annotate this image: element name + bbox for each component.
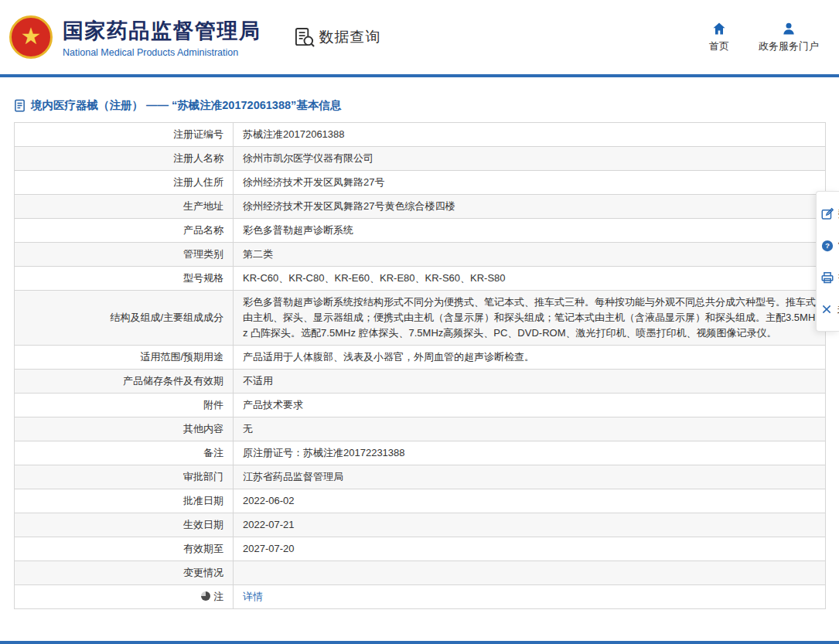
user-icon (781, 21, 796, 36)
table-row: 批准日期 2022-06-02 (15, 489, 826, 513)
row-label-text: 注 (213, 591, 223, 602)
row-label: 产品储存条件及有效期 (15, 370, 234, 394)
row-value (234, 561, 826, 585)
row-label: 管理类别 (15, 243, 234, 267)
table-row: 产品名称 彩色多普勒超声诊断系统 (15, 219, 826, 243)
side-tool-close[interactable]: 关 (820, 293, 839, 325)
brand: ★ 国家药品监督管理局 National Medical Products Ad… (9, 15, 261, 59)
row-value: 苏械注准20172061388 (234, 123, 826, 147)
table-row: 管理类别 第二类 (15, 243, 826, 267)
brand-text: 国家药品监督管理局 National Medical Products Admi… (63, 17, 261, 58)
row-value: 2022-07-21 (234, 513, 826, 537)
table-row: 注册人住所 徐州经济技术开发区凤舞路27号 (15, 171, 826, 195)
row-label: 审批部门 (15, 465, 234, 489)
org-name-en: National Medical Products Administration (63, 47, 261, 58)
org-name-cn: 国家药品监督管理局 (63, 17, 261, 45)
table-row: 型号规格 KR-C60、KR-C80、KR-E60、KR-E80、KR-S60、… (15, 267, 826, 291)
data-query-label: 数据查询 (319, 27, 381, 47)
side-tool-faq[interactable]: ? 常 (820, 230, 839, 261)
table-row: 有效期至 2027-07-20 (15, 537, 826, 561)
row-label: 注册证编号 (15, 123, 234, 147)
row-label: 变更情况 (15, 561, 234, 585)
row-value: 产品适用于人体腹部、浅表及小器官，外周血管的超声诊断检查。 (234, 346, 826, 370)
table-row: 产品储存条件及有效期 不适用 (15, 370, 826, 394)
question-icon: ? (820, 239, 834, 253)
row-label: 生效日期 (15, 513, 234, 537)
top-nav: 首页 政务服务门户 (709, 21, 819, 53)
home-icon (711, 21, 727, 36)
nav-portal-label: 政务服务门户 (759, 39, 819, 53)
table-row: 适用范围/预期用途 产品适用于人体腹部、浅表及小器官，外周血管的超声诊断检查。 (15, 346, 826, 370)
row-label: 型号规格 (15, 267, 234, 291)
row-value: 产品技术要求 (234, 394, 826, 417)
row-value: 江苏省药品监督管理局 (234, 465, 826, 489)
national-emblem-logo: ★ (9, 15, 53, 59)
table-row: 结构及组成/主要组成成分 彩色多普勒超声诊断系统按结构形式不同分为便携式、笔记本… (15, 291, 826, 346)
side-tool-print[interactable]: 打 (820, 261, 839, 293)
breadcrumb-text: 境内医疗器械（注册） —— “苏械注准20172061388”基本信息 (31, 98, 341, 113)
row-label: 注册人名称 (15, 147, 234, 171)
row-label: 有效期至 (15, 537, 234, 561)
edit-icon (820, 207, 834, 221)
row-label: 备注 (15, 441, 234, 465)
note-icon (201, 591, 210, 601)
row-label: 其他内容 (15, 417, 234, 441)
row-label: 注 (15, 585, 234, 609)
row-value: 彩色多普勒超声诊断系统按结构形式不同分为便携式、笔记本式、推车式三种。每种按功能… (234, 291, 826, 346)
registration-info-table: 注册证编号 苏械注准20172061388 注册人名称 徐州市凯尔医学仪器有限公… (14, 122, 826, 609)
close-icon (820, 303, 833, 315)
footer-divider (0, 641, 839, 644)
document-icon (14, 99, 26, 112)
row-label: 结构及组成/主要组成成分 (15, 291, 234, 346)
row-value: 徐州市凯尔医学仪器有限公司 (234, 147, 826, 171)
table-row: 注 详情 (15, 585, 826, 609)
row-value: 2022-06-02 (234, 489, 826, 513)
row-label: 批准日期 (15, 489, 234, 513)
row-value: 无 (234, 417, 826, 441)
row-value: 2027-07-20 (234, 537, 826, 561)
row-label: 注册人住所 (15, 171, 234, 195)
row-value: 第二类 (234, 243, 826, 267)
site-header: ★ 国家药品监督管理局 National Medical Products Ad… (0, 0, 839, 74)
row-label: 产品名称 (15, 219, 234, 243)
breadcrumb: 境内医疗器械（注册） —— “苏械注准20172061388”基本信息 (0, 77, 839, 122)
table-row: 变更情况 (15, 561, 826, 585)
table-row: 生产地址 徐州经济技术开发区凤舞路27号黄色综合楼四楼 (15, 195, 826, 219)
row-value: 不适用 (234, 370, 826, 394)
table-row: 审批部门 江苏省药品监督管理局 (15, 465, 826, 489)
table-row: 其他内容 无 (15, 417, 826, 441)
floating-side-toolbar: 数 ? 常 打 关 (816, 191, 839, 332)
table-row: 备注 原注册证号：苏械注准20172231388 (15, 441, 826, 465)
data-query-section: 数据查询 (294, 27, 381, 48)
side-tool-data[interactable]: 数 (820, 198, 839, 230)
row-value: 详情 (234, 585, 826, 609)
row-value: 徐州经济技术开发区凤舞路27号 (234, 171, 826, 195)
data-query-icon (294, 27, 315, 48)
row-label: 生产地址 (15, 195, 234, 219)
table-row: 注册证编号 苏械注准20172061388 (15, 123, 826, 147)
nav-home[interactable]: 首页 (709, 21, 729, 53)
row-value: 彩色多普勒超声诊断系统 (234, 219, 826, 243)
row-value: 原注册证号：苏械注准20172231388 (234, 441, 826, 465)
row-value: 徐州经济技术开发区凤舞路27号黄色综合楼四楼 (234, 195, 826, 219)
row-label: 附件 (15, 394, 234, 417)
nav-portal[interactable]: 政务服务门户 (759, 21, 819, 53)
row-value: KR-C60、KR-C80、KR-E60、KR-E80、KR-S60、KR-S8… (234, 267, 826, 291)
emblem-star-icon: ★ (21, 25, 42, 48)
svg-text:?: ? (825, 241, 830, 250)
table-row: 注册人名称 徐州市凯尔医学仪器有限公司 (15, 147, 826, 171)
detail-link[interactable]: 详情 (243, 591, 263, 602)
table-row: 附件 产品技术要求 (15, 394, 826, 417)
nav-home-label: 首页 (709, 39, 729, 53)
table-row: 生效日期 2022-07-21 (15, 513, 826, 537)
print-icon (820, 271, 834, 285)
row-label: 适用范围/预期用途 (15, 346, 234, 370)
